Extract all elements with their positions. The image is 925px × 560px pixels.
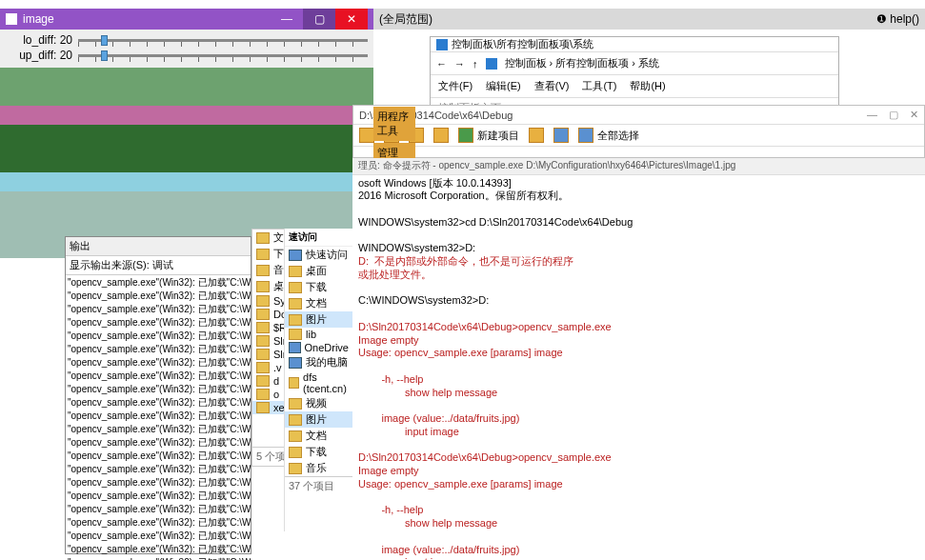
menu-item[interactable]: 查看(V) — [534, 79, 570, 93]
control-panel-breadcrumb[interactable]: ← → ↑ 控制面板 › 所有控制面板项 › 系统 — [431, 52, 838, 75]
close-button[interactable]: ✕ — [910, 109, 918, 121]
tree-group[interactable]: 快速访问 — [285, 247, 352, 263]
folder-icon[interactable] — [359, 128, 374, 143]
folder-icon — [256, 322, 270, 333]
console-body[interactable]: osoft Windows [版本 10.0.14393] 2016 Micro… — [352, 175, 925, 561]
ribbon-tabs: 用程序工具 管理 — [373, 107, 415, 163]
monitor-icon — [486, 58, 497, 70]
tree-item[interactable]: 桌面 — [285, 263, 352, 279]
help-hint[interactable]: ❶ help() — [876, 12, 919, 26]
tree-group[interactable]: 我的电脑 — [285, 354, 352, 370]
folder-icon — [256, 389, 270, 400]
up-diff-slider[interactable] — [78, 49, 368, 62]
folder-icon[interactable] — [578, 128, 593, 143]
up-diff-label: up_diff: 20 — [6, 49, 72, 62]
folder-icon — [256, 309, 270, 320]
app-icon — [6, 13, 17, 25]
trackbars: lo_diff: 20 up_diff: 20 — [0, 30, 373, 68]
folder-icon — [256, 362, 270, 373]
folder-icon — [289, 414, 302, 426]
scope-label: (全局范围) — [379, 11, 432, 28]
toolbar-label: 全部选择 — [597, 129, 639, 143]
output-pane: 输出 显示输出来源(S): 调试 "opencv_sample.exe"(Win… — [65, 236, 251, 554]
tree-item[interactable]: 图片 — [285, 311, 352, 328]
minimize-button[interactable]: — — [867, 109, 877, 121]
menu-item[interactable]: 编辑(E) — [486, 79, 521, 93]
tree-item[interactable]: 图片 — [285, 411, 352, 428]
tree-item[interactable]: lib — [285, 328, 352, 341]
minimize-button[interactable]: — — [271, 9, 303, 30]
tree-item[interactable]: 文档 — [285, 295, 352, 311]
control-panel-title: 控制面板\所有控制面板项\系统 — [431, 37, 838, 52]
maximize-button[interactable]: ▢ — [303, 9, 335, 30]
toolbar-label: 新建项目 — [477, 129, 519, 143]
menu-item[interactable]: 文件(F) — [438, 79, 473, 93]
folder-icon — [289, 314, 302, 326]
monitor-icon — [436, 39, 448, 50]
folder-icon — [289, 398, 302, 410]
folder-icon — [256, 295, 270, 307]
group-icon — [289, 357, 302, 369]
folder-icon[interactable] — [553, 128, 569, 143]
image-titlebar[interactable]: image — ▢ ✕ — [0, 9, 373, 30]
status-count: 37 个项目 — [285, 476, 352, 495]
output-title: 输出 — [66, 237, 251, 256]
explorer-toolbar[interactable]: 新建项目全部选择 — [353, 125, 924, 147]
folder-icon — [289, 298, 302, 310]
forward-icon[interactable]: → — [454, 58, 465, 70]
folder-icon — [256, 375, 270, 387]
breadcrumb[interactable]: 控制面板 › 所有控制面板项 › 系统 — [505, 56, 660, 70]
image-title: image — [23, 9, 54, 30]
group-icon — [289, 250, 302, 261]
close-button[interactable]: ✕ — [335, 9, 368, 30]
control-panel-menu[interactable]: 文件(F)编辑(E)查看(V)工具(T)帮助(H) — [431, 75, 838, 97]
folder-icon[interactable] — [458, 128, 473, 143]
lo-diff-slider[interactable] — [78, 33, 368, 47]
folder-icon[interactable] — [529, 128, 544, 143]
folder-icon — [289, 430, 302, 442]
folder-icon — [256, 402, 270, 413]
back-icon[interactable]: ← — [436, 58, 447, 70]
group-icon — [289, 342, 301, 353]
maximize-button[interactable]: ▢ — [889, 109, 898, 121]
output-body[interactable]: "opencv_sample.exe"(Win32): 已加载"C:\Windo… — [66, 275, 251, 560]
ribbon-tab[interactable]: 用程序工具 — [373, 107, 415, 141]
folder-icon — [256, 335, 270, 347]
scope-bar: (全局范围) ❶ help() — [373, 9, 925, 30]
menu-item[interactable]: 工具(T) — [582, 79, 616, 93]
tree-item[interactable]: 音乐 — [285, 460, 352, 476]
lo-diff-label: lo_diff: 20 — [6, 33, 72, 47]
tree-item[interactable]: 文档 — [285, 428, 352, 444]
folder-icon — [289, 377, 299, 389]
folder-icon — [256, 232, 270, 244]
folder-icon — [289, 463, 302, 474]
explorer-ribbon: D:\Sln20170314Code\x64\Debug —▢✕ 新建项目全部选… — [352, 105, 925, 158]
up-icon[interactable]: ↑ — [473, 58, 478, 70]
tree-item[interactable]: 下载 — [285, 444, 352, 460]
image-window: image — ▢ ✕ lo_diff: 20 up_diff: 20 — [0, 9, 373, 258]
quick-access-header: 速访问 — [285, 229, 352, 247]
folder-icon — [256, 281, 270, 292]
folder-icon — [289, 282, 302, 293]
tree-item[interactable]: dfs (tcent.cn) — [285, 370, 352, 395]
folder-icon — [289, 447, 302, 458]
folder-icon — [256, 265, 270, 276]
folder-icon[interactable] — [433, 128, 449, 143]
folder-icon — [256, 349, 270, 360]
tree-item[interactable]: 视频 — [285, 395, 352, 411]
folder-icon — [289, 266, 302, 277]
menu-item[interactable]: 帮助(H) — [630, 79, 665, 93]
tree-group[interactable]: OneDrive — [285, 341, 352, 354]
cmd-console[interactable]: 理员: 命令提示符 - opencv_sample.exe D:\MyConfi… — [352, 158, 925, 560]
explorer-tree-col2[interactable]: 速访问 快速访问桌面下载文档图片libOneDrive我的电脑dfs (tcen… — [284, 229, 352, 531]
console-title: 理员: 命令提示符 - opencv_sample.exe D:\MyConfi… — [352, 158, 925, 175]
output-source[interactable]: 显示输出来源(S): 调试 — [66, 256, 251, 275]
tree-item[interactable]: 下载 — [285, 279, 352, 295]
folder-icon — [256, 249, 270, 260]
folder-icon — [289, 329, 302, 340]
